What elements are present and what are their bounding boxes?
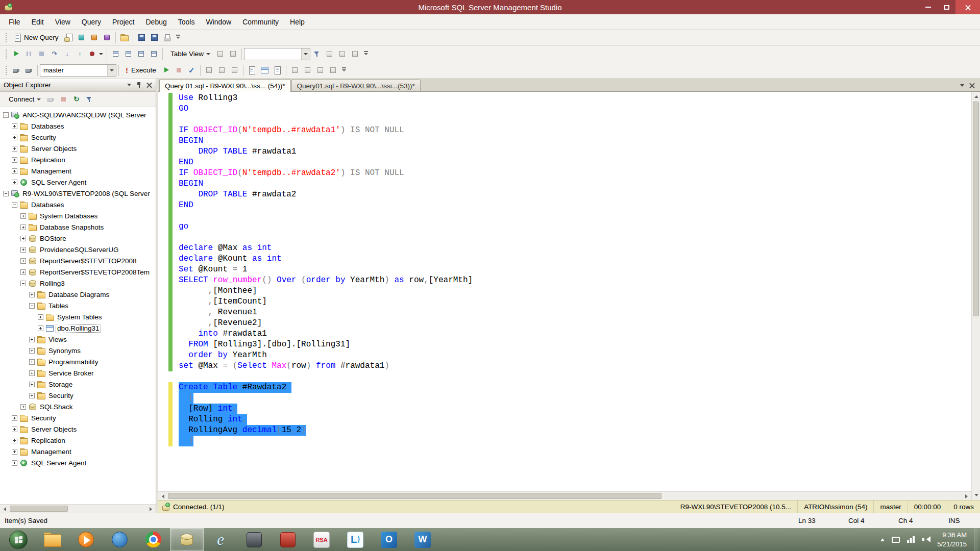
- available-databases-combo[interactable]: master: [40, 64, 116, 77]
- filter-button[interactable]: [83, 93, 95, 106]
- menu-tools[interactable]: Tools: [173, 14, 201, 29]
- tree-item[interactable]: SQL Server Agent: [0, 177, 156, 188]
- maximize-button[interactable]: [937, 0, 955, 14]
- results-to-file-button[interactable]: [271, 64, 284, 77]
- expand-toggle[interactable]: [12, 460, 17, 466]
- results-to-text-button[interactable]: [246, 64, 258, 77]
- collapse-toggle[interactable]: [3, 112, 9, 118]
- analysis-services-dmx-query-button[interactable]: [88, 31, 101, 44]
- decrease-indent-button[interactable]: [314, 64, 327, 77]
- network-icon[interactable]: [907, 536, 915, 543]
- intellisense-enabled-button[interactable]: [228, 64, 241, 77]
- close-document-icon[interactable]: [969, 83, 975, 88]
- expand-toggle[interactable]: [20, 224, 26, 230]
- step-out-button[interactable]: [74, 47, 86, 60]
- display-estimated-plan-button[interactable]: [203, 64, 215, 77]
- expand-toggle[interactable]: [20, 236, 26, 241]
- scroll-track[interactable]: [972, 101, 980, 491]
- outlook-button[interactable]: O: [372, 528, 406, 551]
- run-query-button[interactable]: [336, 47, 349, 60]
- expand-toggle[interactable]: [20, 269, 26, 275]
- expand-toggle[interactable]: [12, 415, 17, 421]
- tree-item[interactable]: BOStore: [0, 233, 156, 244]
- object-explorer-hscrollbar[interactable]: [0, 504, 156, 513]
- breakpoints-button[interactable]: [86, 47, 105, 60]
- collapse-toggle[interactable]: [29, 303, 35, 309]
- scroll-thumb[interactable]: [168, 493, 662, 499]
- debug-continue-button[interactable]: [10, 47, 22, 60]
- uncomment-selection-button[interactable]: [301, 64, 314, 77]
- tree-item[interactable]: ReportServer$STEVETOP2008: [0, 255, 156, 266]
- comment-selection-button[interactable]: [288, 64, 301, 77]
- tree-item[interactable]: System Tables: [0, 311, 156, 322]
- blue-app-button[interactable]: [103, 528, 136, 551]
- tree-item[interactable]: Databases: [0, 120, 156, 132]
- toolbar-grip[interactable]: [5, 33, 7, 42]
- collapse-toggle[interactable]: [12, 202, 17, 208]
- expand-toggle[interactable]: [38, 314, 43, 320]
- expand-toggle[interactable]: [20, 247, 26, 253]
- expand-toggle[interactable]: [12, 135, 17, 140]
- increase-indent-button[interactable]: [327, 64, 339, 77]
- close-panel-icon[interactable]: [146, 82, 152, 88]
- tree-item[interactable]: ProvidenceSQLServerUG: [0, 244, 156, 255]
- app-icon[interactable]: [4, 3, 12, 11]
- tree-item[interactable]: SQLShack: [0, 401, 156, 412]
- expand-toggle[interactable]: [12, 168, 17, 174]
- tree-item[interactable]: Server Objects: [0, 143, 156, 154]
- tree-item[interactable]: Management: [0, 446, 156, 457]
- menu-edit[interactable]: Edit: [26, 14, 50, 29]
- toolbar-grip[interactable]: [5, 49, 7, 59]
- show-results-pane-button[interactable]: [148, 47, 160, 60]
- tree-item[interactable]: dbo.Rolling31: [0, 322, 156, 334]
- window-position-menu-icon[interactable]: [127, 84, 131, 88]
- database-engine-query-button[interactable]: [62, 31, 75, 44]
- menu-file[interactable]: File: [3, 14, 26, 29]
- menu-debug[interactable]: Debug: [140, 14, 172, 29]
- tree-item[interactable]: Replication: [0, 435, 156, 446]
- cancel-executing-query-button[interactable]: [173, 64, 185, 77]
- verify-sql-button[interactable]: [349, 47, 361, 60]
- results-to-grid-button[interactable]: [258, 64, 271, 77]
- show-desktop-button[interactable]: [974, 528, 978, 551]
- filter-combo[interactable]: [244, 48, 310, 60]
- tree-item[interactable]: Databases: [0, 199, 156, 210]
- minimize-button[interactable]: [919, 0, 937, 14]
- menu-community[interactable]: Community: [237, 14, 284, 29]
- open-file-button[interactable]: [118, 31, 131, 44]
- scroll-track[interactable]: [9, 505, 147, 513]
- collapse-toggle[interactable]: [3, 191, 9, 196]
- stop-button[interactable]: [57, 93, 70, 106]
- toolbar-overflow-button[interactable]: [340, 64, 348, 77]
- start-button[interactable]: [2, 528, 35, 551]
- add-table-button[interactable]: [214, 47, 227, 60]
- editor-hscrollbar[interactable]: [158, 491, 971, 500]
- editor-vscrollbar[interactable]: [971, 92, 980, 500]
- scroll-track[interactable]: [167, 492, 963, 500]
- disconnect-button[interactable]: [44, 93, 57, 106]
- red-app-button[interactable]: [271, 528, 305, 551]
- show-diagram-pane-button[interactable]: [109, 47, 122, 60]
- tree-item[interactable]: Tables: [0, 300, 156, 311]
- tree-item[interactable]: System Databases: [0, 210, 156, 221]
- ssms-taskbar-button[interactable]: [170, 528, 204, 551]
- tree-item[interactable]: ANC-SQLDW\ANCSQLDW (SQL Server: [0, 109, 156, 120]
- add-group-by-button[interactable]: [227, 47, 239, 60]
- change-type-button[interactable]: Table View: [165, 47, 214, 60]
- auto-hide-pin-icon[interactable]: [136, 82, 142, 88]
- expand-toggle[interactable]: [12, 157, 17, 163]
- dark-app-button[interactable]: [237, 528, 271, 551]
- word-button[interactable]: W: [406, 528, 439, 551]
- step-over-button[interactable]: [48, 47, 61, 60]
- rsa-securid-button[interactable]: RSA: [305, 528, 338, 551]
- expand-toggle[interactable]: [12, 146, 17, 152]
- connect-button[interactable]: Connect: [3, 93, 44, 106]
- analysis-services-xmla-query-button[interactable]: [101, 31, 113, 44]
- tree-item[interactable]: Synonyms: [0, 345, 156, 356]
- document-tab-2[interactable]: Query01.sql - R9-WXL90\...\ssi...(53))*: [291, 80, 421, 91]
- connect-button[interactable]: [10, 64, 22, 77]
- refresh-button[interactable]: [70, 93, 83, 106]
- tree-item[interactable]: Database Snapshots: [0, 221, 156, 233]
- execute-button[interactable]: Execute: [121, 64, 160, 77]
- tree-item[interactable]: Security: [0, 390, 156, 401]
